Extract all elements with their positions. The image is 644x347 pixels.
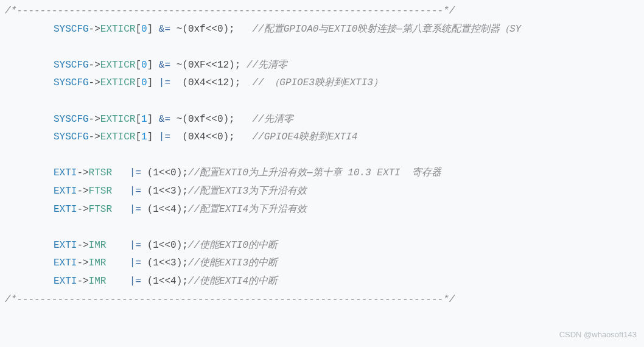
code-line: SYSCFG->EXTICR[0] |= (0X4<<12); // （GPIO… [5, 74, 639, 93]
watermark-text: CSDN @whaosoft143 [559, 328, 637, 342]
code-line: EXTI->IMR |= (1<<4);//使能EXTI4的中断 [5, 273, 639, 291]
code-line: SYSCFG->EXTICR[1] |= (0X4<<0); //GPIOE4映… [5, 128, 639, 147]
code-line: SYSCFG->EXTICR[0] &= ~(0xf<<0); //配置GPIO… [5, 21, 639, 39]
code-line: EXTI->FTSR |= (1<<4);//配置EXTI4为下升沿有效 [5, 201, 639, 219]
blank-line [5, 219, 639, 237]
code-line: SYSCFG->EXTICR[1] &= ~(0xf<<0); //先清零 [5, 111, 639, 129]
comment-divider-top: /*--------------------------------------… [5, 2, 639, 21]
blank-line [5, 93, 639, 111]
code-line: EXTI->RTSR |= (1<<0);//配置EXTI0为上升沿有效—第十章… [5, 164, 639, 183]
code-line: SYSCFG->EXTICR[0] &= ~(0XF<<12); //先清零 [5, 57, 639, 75]
blank-line [5, 38, 639, 57]
code-line: EXTI->FTSR |= (1<<3);//配置EXTI3为下升沿有效 [5, 183, 639, 201]
code-line: EXTI->IMR |= (1<<3);//使能EXTI3的中断 [5, 254, 639, 273]
comment-divider-bottom: /*--------------------------------------… [5, 291, 639, 309]
code-block: /*--------------------------------------… [5, 2, 639, 309]
code-line: EXTI->IMR |= (1<<0);//使能EXTI0的中断 [5, 237, 639, 255]
blank-line [5, 147, 639, 165]
